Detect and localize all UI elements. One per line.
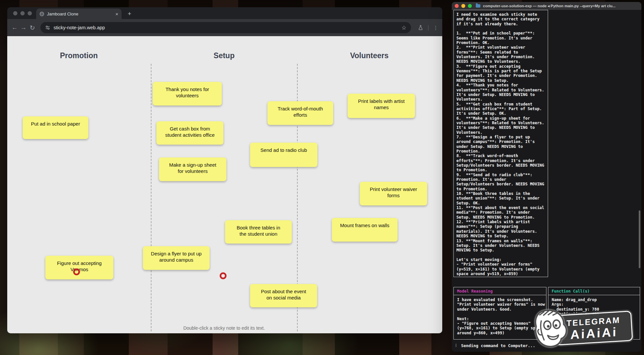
column-header-promotion: Promotion	[39, 51, 118, 60]
watermark-line2: AiAiAi	[570, 325, 618, 341]
folder-icon	[476, 4, 480, 8]
terminal-title: computer-use-solution-exp — node ◂ Pytho…	[483, 4, 616, 8]
sticky-note[interactable]: Post about the event on social media	[250, 284, 317, 307]
terminal-close-button[interactable]	[455, 4, 459, 8]
status-text: Sending command to Computer...	[461, 343, 535, 348]
tab-close-icon[interactable]: ×	[115, 12, 118, 16]
url-text[interactable]: sticky-note-jam.web.app	[54, 25, 398, 30]
telegram-watermark: TELEGRAM AiAiAi	[535, 309, 633, 345]
column-header-volunteers: Volunteers	[330, 51, 409, 60]
minimize-window-button[interactable]	[20, 11, 25, 15]
sticky-note[interactable]: Send ad to radio club	[250, 143, 317, 167]
sticky-note[interactable]: Book three tables in the student union	[225, 220, 292, 244]
click-marker	[73, 269, 80, 275]
tab-title: Jamboard Clone	[47, 12, 78, 16]
model-reasoning-title: Model Reasoning	[454, 287, 546, 295]
bookmark-star-icon[interactable]: ☆	[402, 24, 406, 31]
terminal-output-panel: I need to examine each sticky note and d…	[453, 10, 548, 277]
sticky-note[interactable]: Print labels with artist names	[348, 94, 415, 118]
terminal-zoom-button[interactable]	[468, 4, 472, 8]
sticky-note[interactable]: Figure out accepting Venmos	[45, 256, 113, 279]
terminal-titlebar: computer-use-solution-exp — node ◂ Pytho…	[452, 2, 641, 10]
new-tab-button[interactable]: +	[125, 9, 134, 18]
forward-icon[interactable]: →	[20, 23, 27, 33]
address-bar[interactable]: sticky-note-jam.web.app ☆	[40, 22, 411, 33]
browser-window: Jamboard Clone × + ← → ↻ sticky-note-jam…	[7, 7, 442, 333]
terminal-output-text: I need to examine each sticky note and d…	[454, 10, 548, 277]
board: Promotion Setup Volunteers Double-click …	[7, 36, 442, 333]
tab-strip: Jamboard Clone × +	[7, 7, 442, 19]
zoom-window-button[interactable]	[28, 11, 32, 15]
function-call-title: Function Call(s)	[548, 287, 640, 295]
sticky-note[interactable]: Track word-of-mouth efforts	[267, 101, 333, 125]
spinner-icon: ⠇	[455, 343, 458, 348]
terminal-status-line: ⠇ Sending command to Computer...	[455, 343, 535, 348]
browser-toolbar: ← → ↻ sticky-note-jam.web.app ☆ ⋮	[7, 19, 442, 36]
globe-favicon-icon	[39, 12, 44, 16]
sticky-note[interactable]: Mount frames on walls	[332, 218, 398, 242]
terminal-window: computer-use-solution-exp — node ◂ Pytho…	[452, 2, 641, 352]
sticky-note[interactable]: Design a flyer to put up around campus	[143, 246, 210, 270]
terminal-scrollbar-thumb[interactable]	[639, 210, 640, 268]
reload-icon[interactable]: ↻	[29, 23, 36, 33]
sticky-note[interactable]: Make a sign-up sheet for volunteers	[159, 157, 226, 181]
sticky-note[interactable]: Thank you notes for volunteers	[153, 82, 222, 106]
site-settings-tune-icon[interactable]	[45, 25, 50, 30]
browser-menu-icon[interactable]: ⋮	[433, 25, 438, 31]
sticky-note[interactable]: Put ad in school paper	[23, 116, 88, 139]
toolbar-divider	[428, 25, 428, 31]
column-header-setup: Setup	[185, 51, 264, 60]
click-marker	[220, 272, 227, 279]
terminal-minimize-button[interactable]	[461, 4, 465, 8]
tab-jamboard-clone[interactable]: Jamboard Clone ×	[36, 9, 122, 19]
watermark-face-icon	[531, 306, 574, 350]
column-divider	[151, 64, 151, 331]
sticky-note[interactable]: Get cash box from student activities off…	[156, 121, 223, 145]
window-controls	[13, 11, 32, 15]
back-icon[interactable]: ←	[11, 23, 18, 33]
sticky-note[interactable]: Print volunteer waiver forms	[360, 182, 427, 205]
board-hint-text: Double-click a sticky note to edit its t…	[158, 325, 290, 331]
close-window-button[interactable]	[13, 11, 17, 15]
experiments-flask-icon[interactable]	[418, 25, 424, 31]
